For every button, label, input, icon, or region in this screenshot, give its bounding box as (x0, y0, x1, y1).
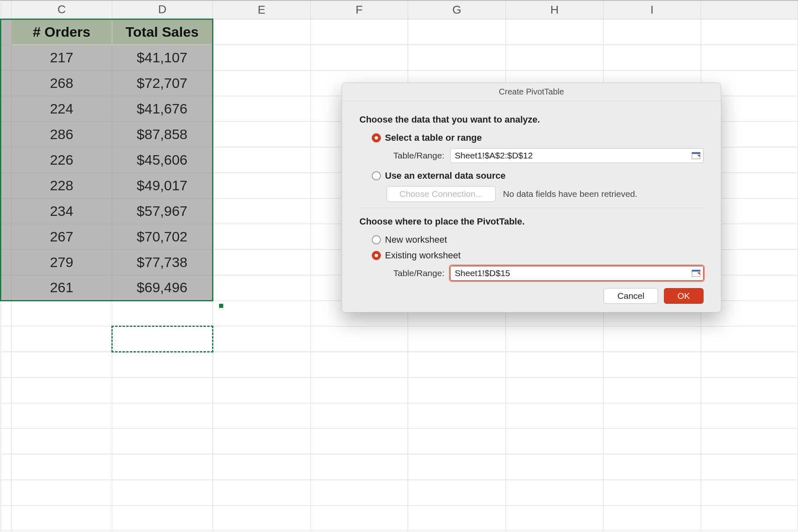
cell[interactable] (701, 454, 798, 480)
cell[interactable] (603, 403, 701, 428)
cell[interactable] (1, 224, 12, 249)
cell[interactable]: 279 (12, 249, 112, 275)
col-header-blank[interactable] (1, 0, 12, 19)
cell[interactable] (213, 275, 311, 300)
cell[interactable] (701, 19, 798, 45)
radio-external-source-icon[interactable] (372, 171, 381, 180)
cell[interactable] (12, 326, 112, 352)
cell[interactable]: 261 (12, 275, 112, 300)
cell[interactable] (213, 45, 311, 70)
cell[interactable]: $87,858 (112, 121, 212, 147)
cell[interactable] (12, 300, 112, 326)
col-header-g[interactable]: G (408, 0, 506, 19)
cell[interactable] (701, 403, 798, 428)
cell[interactable]: 228 (12, 173, 112, 198)
cell[interactable] (112, 403, 212, 428)
cell[interactable] (408, 505, 506, 531)
cell[interactable] (213, 249, 311, 275)
cell[interactable] (112, 300, 212, 326)
cell[interactable] (112, 505, 212, 531)
cell[interactable] (213, 147, 311, 173)
cell[interactable] (310, 403, 408, 428)
cell[interactable] (213, 505, 311, 531)
cell[interactable] (213, 352, 311, 377)
cancel-button[interactable]: Cancel (604, 288, 658, 304)
cell[interactable] (1, 377, 12, 403)
cell[interactable] (310, 480, 408, 505)
cell[interactable] (1, 300, 12, 326)
table-range-input[interactable]: Sheet1!$A$2:$D$12 (450, 148, 704, 163)
cell[interactable] (1, 70, 12, 96)
range-picker-icon[interactable] (692, 270, 701, 277)
cell[interactable] (506, 428, 604, 454)
cell[interactable]: $72,707 (112, 70, 212, 96)
cell[interactable] (213, 198, 311, 224)
cell[interactable] (506, 454, 604, 480)
cell[interactable] (506, 505, 604, 531)
cell[interactable] (603, 45, 701, 70)
cell[interactable] (213, 377, 311, 403)
cell[interactable] (12, 480, 112, 505)
col-header-f[interactable]: F (310, 0, 408, 19)
cell[interactable] (506, 45, 604, 70)
cell[interactable] (1, 275, 12, 300)
cell[interactable] (310, 505, 408, 531)
cell[interactable] (12, 377, 112, 403)
cell[interactable] (112, 428, 212, 454)
choose-connection-button[interactable]: Choose Connection... (387, 186, 496, 202)
cell[interactable] (1, 403, 12, 428)
cell[interactable] (408, 403, 506, 428)
cell[interactable] (408, 454, 506, 480)
cell[interactable] (213, 96, 311, 121)
cell[interactable] (1, 45, 12, 70)
cell[interactable] (12, 352, 112, 377)
cell[interactable] (506, 403, 604, 428)
cell[interactable] (1, 198, 12, 224)
cell[interactable] (603, 352, 701, 377)
col-header-d[interactable]: D (112, 0, 212, 19)
range-picker-icon[interactable] (692, 152, 701, 159)
cell[interactable] (506, 19, 604, 45)
option-select-range[interactable]: Select a table or range (372, 132, 704, 143)
cell-header-sales[interactable]: Total Sales (112, 19, 212, 45)
cell[interactable] (1, 249, 12, 275)
cell[interactable] (1, 326, 12, 352)
option-existing-worksheet[interactable]: Existing worksheet (372, 250, 704, 261)
cell[interactable] (213, 480, 311, 505)
cell[interactable] (213, 300, 311, 326)
option-external-source[interactable]: Use an external data source (372, 170, 704, 181)
cell[interactable]: $70,702 (112, 224, 212, 249)
cell[interactable] (408, 352, 506, 377)
cell[interactable] (213, 326, 311, 352)
cell[interactable] (112, 480, 212, 505)
cell[interactable] (12, 428, 112, 454)
cell[interactable] (603, 428, 701, 454)
cell[interactable]: $49,017 (112, 173, 212, 198)
cell[interactable] (506, 326, 604, 352)
cell[interactable] (310, 352, 408, 377)
cell[interactable] (213, 19, 311, 45)
cell[interactable] (506, 377, 604, 403)
cell[interactable] (310, 326, 408, 352)
cell-header-orders[interactable]: # Orders (12, 19, 112, 45)
cell[interactable] (506, 480, 604, 505)
radio-existing-worksheet-icon[interactable] (372, 251, 381, 260)
cell[interactable] (603, 326, 701, 352)
cell[interactable] (112, 454, 212, 480)
cell[interactable] (1, 121, 12, 147)
cell[interactable] (603, 377, 701, 403)
cell[interactable] (1, 19, 12, 45)
cell[interactable] (408, 377, 506, 403)
cell[interactable]: 226 (12, 147, 112, 173)
marching-ants-cell[interactable] (112, 326, 212, 352)
cell[interactable] (12, 505, 112, 531)
cell[interactable] (701, 45, 798, 70)
cell[interactable]: 267 (12, 224, 112, 249)
col-header-blank2[interactable] (701, 0, 798, 19)
cell[interactable] (701, 377, 798, 403)
cell[interactable]: $41,107 (112, 45, 212, 70)
cell[interactable]: $41,676 (112, 96, 212, 121)
cell[interactable] (1, 147, 12, 173)
cell[interactable] (310, 19, 408, 45)
cell[interactable] (310, 428, 408, 454)
